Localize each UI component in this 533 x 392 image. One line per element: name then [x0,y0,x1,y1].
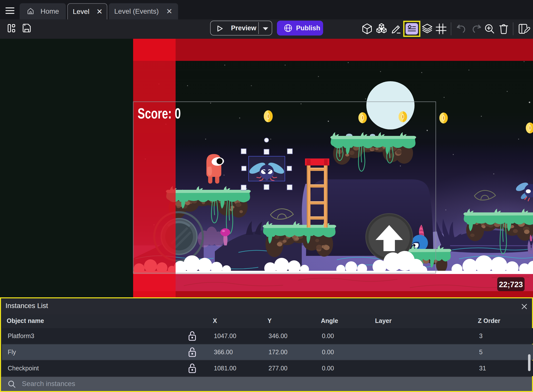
svg-text:22;723: 22;723 [499,280,523,289]
svg-text:Score: 0: Score: 0 [138,105,181,122]
